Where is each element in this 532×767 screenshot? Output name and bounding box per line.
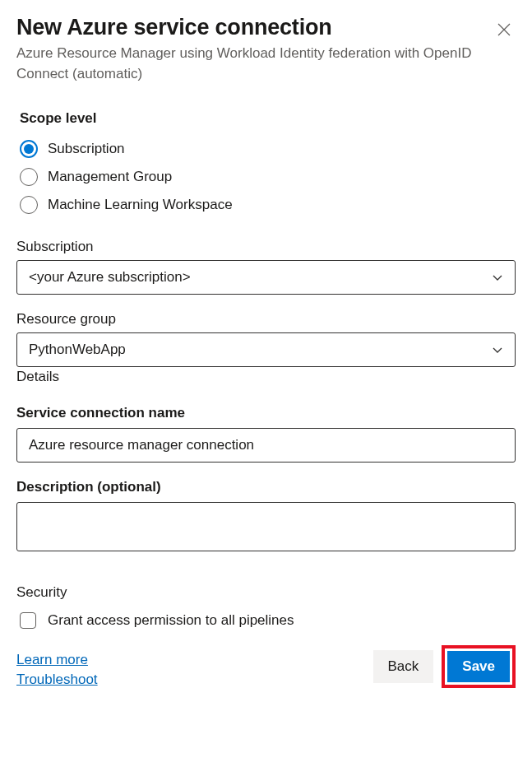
grant-access-label: Grant access permission to all pipelines xyxy=(48,612,294,629)
security-label: Security xyxy=(16,584,516,601)
details-label: Details xyxy=(16,369,516,385)
resource-group-select[interactable]: PythonWebApp xyxy=(16,332,516,367)
subscription-label: Subscription xyxy=(16,239,516,255)
radio-ml-workspace[interactable]: Machine Learning Workspace xyxy=(20,196,516,214)
dialog-title: New Azure service connection xyxy=(16,15,332,40)
radio-circle-icon xyxy=(20,196,38,214)
radio-subscription[interactable]: Subscription xyxy=(20,140,516,158)
learn-more-link[interactable]: Learn more xyxy=(16,652,98,668)
service-connection-name-input[interactable] xyxy=(16,428,516,463)
radio-label: Subscription xyxy=(48,141,125,157)
radio-label: Machine Learning Workspace xyxy=(48,197,233,213)
radio-circle-icon xyxy=(20,168,38,186)
scope-radio-group: Subscription Management Group Machine Le… xyxy=(20,140,516,214)
description-input[interactable] xyxy=(16,502,516,551)
subscription-value: <your Azure subscription> xyxy=(29,269,191,286)
resource-group-label: Resource group xyxy=(16,311,516,328)
chevron-down-icon xyxy=(492,272,503,283)
dialog-subtitle: Azure Resource Manager using Workload Id… xyxy=(16,44,516,84)
grant-access-checkbox[interactable] xyxy=(20,612,36,629)
service-connection-name-label: Service connection name xyxy=(16,405,516,421)
back-button[interactable]: Back xyxy=(373,650,434,683)
chevron-down-icon xyxy=(492,344,503,356)
radio-label: Management Group xyxy=(48,169,172,185)
save-button[interactable]: Save xyxy=(447,651,510,682)
radio-circle-icon xyxy=(20,140,38,158)
save-highlight: Save xyxy=(442,645,516,688)
resource-group-value: PythonWebApp xyxy=(29,342,126,358)
radio-management-group[interactable]: Management Group xyxy=(20,168,516,186)
description-label: Description (optional) xyxy=(16,479,516,495)
subscription-select[interactable]: <your Azure subscription> xyxy=(16,260,516,295)
troubleshoot-link[interactable]: Troubleshoot xyxy=(16,672,98,688)
scope-level-label: Scope level xyxy=(20,110,516,127)
close-icon[interactable] xyxy=(497,23,511,36)
